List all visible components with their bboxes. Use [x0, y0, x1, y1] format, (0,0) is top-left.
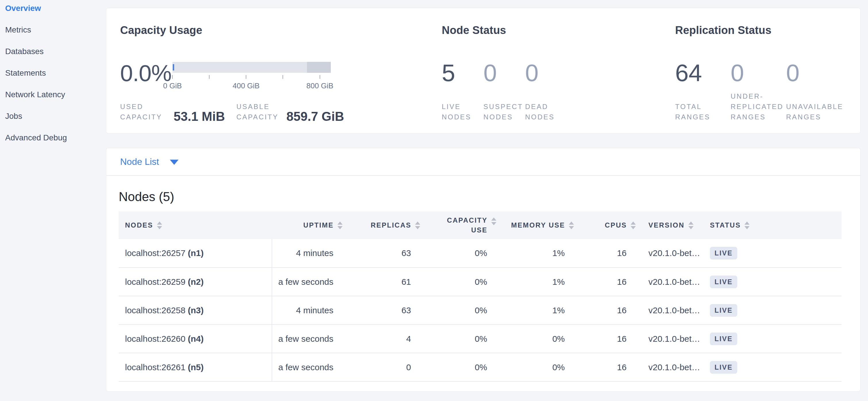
capacity-bar-used-segment: [173, 64, 174, 70]
version-cell: v20.1.0-bet…: [637, 353, 706, 381]
total-ranges-count: 64: [675, 61, 731, 85]
suspect-nodes-label: SUSPECT NODES: [484, 102, 525, 122]
used-capacity-stat: USED CAPACITY 53.1 MiB: [120, 102, 225, 122]
node-id: (n2): [188, 277, 204, 287]
node-address: localhost:26259: [125, 277, 185, 287]
usable-capacity-value: 859.7 GiB: [286, 111, 344, 122]
version-cell: v20.1.0-bet…: [637, 267, 706, 296]
replication-status-title: Replication Status: [675, 24, 846, 36]
node-address-cell: localhost:26260 (n4): [119, 324, 272, 353]
capacity-bar-track: [173, 62, 331, 73]
under-replicated-ranges-count: 0: [731, 61, 786, 85]
capacity-use-cell: 0%: [421, 296, 498, 324]
sort-icon: [744, 222, 750, 229]
capacity-bar: 0 GiB 400 GiB 800 GiB: [173, 62, 331, 90]
replicas-cell: 61: [344, 267, 421, 296]
sort-icon: [630, 222, 636, 229]
version-cell: v20.1.0-bet…: [637, 324, 706, 353]
replicas-cell: 63: [344, 239, 421, 267]
column-header-memory-use[interactable]: MEMORY USE: [498, 211, 575, 239]
unavailable-ranges-label: UNAVAILABLE RANGES: [786, 102, 842, 122]
sidebar-item-network-latency[interactable]: Network Latency: [5, 89, 106, 101]
column-header-capacity-use[interactable]: CAPACITY USE: [421, 211, 498, 239]
replicas-cell: 0: [344, 353, 421, 381]
capacity-gauge: 0.0%: [120, 62, 442, 90]
dead-nodes-label: DEAD NODES: [525, 102, 567, 122]
sidebar-item-advanced-debug[interactable]: Advanced Debug: [5, 132, 106, 144]
cpus-cell: 16: [575, 324, 637, 353]
sidebar-item-statements[interactable]: Statements: [5, 67, 106, 79]
uptime-cell: a few seconds: [272, 324, 344, 353]
axis-label-0gib: 0 GiB: [163, 81, 182, 90]
node-address: localhost:26257: [125, 248, 185, 258]
table-row: localhost:26257 (n1) 4 minutes 63 0% 1% …: [119, 239, 842, 267]
column-header-nodes[interactable]: NODES: [119, 211, 272, 239]
memory-use-cell: 0%: [498, 324, 575, 353]
node-address-cell: localhost:26257 (n1): [119, 239, 272, 267]
column-label: CAPACITY USE: [441, 216, 488, 235]
node-id: (n4): [188, 334, 204, 343]
cpus-cell: 16: [575, 353, 637, 381]
unavailable-ranges-count: 0: [786, 61, 842, 85]
capacity-axis-labels: 0 GiB 400 GiB 800 GiB: [173, 81, 331, 90]
node-list-selector-card: Node List: [106, 148, 861, 175]
column-header-version[interactable]: VERSION: [637, 211, 706, 239]
sidebar-item-overview[interactable]: Overview: [5, 3, 106, 14]
sort-icon: [157, 222, 162, 229]
memory-use-cell: 0%: [498, 353, 575, 381]
memory-use-cell: 1%: [498, 267, 575, 296]
replication-labels: TOTAL RANGES UNDER- REPLICATED RANGES UN…: [675, 91, 846, 122]
capacity-use-cell: 0%: [421, 239, 498, 267]
column-header-status[interactable]: STATUS: [706, 211, 842, 239]
capacity-use-cell: 0%: [421, 267, 498, 296]
dead-nodes-count: 0: [525, 61, 567, 85]
axis-tick: [320, 75, 320, 79]
nodes-table-card: Nodes (5) NODES UPTIME RE: [106, 175, 861, 392]
node-list-dropdown[interactable]: Node List: [120, 156, 179, 167]
table-header-row: NODES UPTIME REPLICAS CAPACITY USE MEMOR: [119, 211, 842, 239]
version-cell: v20.1.0-bet…: [637, 239, 706, 267]
memory-use-cell: 1%: [498, 239, 575, 267]
status-cell: LIVE: [706, 267, 842, 296]
column-label: REPLICAS: [371, 220, 411, 230]
node-status-values: 5 0 0: [442, 61, 675, 85]
node-status-title: Node Status: [442, 24, 675, 36]
replication-values: 64 0 0: [675, 61, 846, 85]
status-badge: LIVE: [710, 247, 737, 259]
column-header-replicas[interactable]: REPLICAS: [344, 211, 421, 239]
sort-icon: [415, 222, 420, 229]
cpus-cell: 16: [575, 239, 637, 267]
capacity-usage-title: Capacity Usage: [120, 24, 442, 36]
status-badge: LIVE: [710, 304, 737, 317]
uptime-cell: a few seconds: [272, 353, 344, 381]
sort-icon: [569, 222, 574, 229]
sidebar-item-jobs[interactable]: Jobs: [5, 111, 106, 122]
table-row: localhost:26261 (n5) a few seconds 0 0% …: [119, 353, 842, 381]
page: Overview Metrics Databases Statements Ne…: [0, 0, 868, 401]
cpus-cell: 16: [575, 267, 637, 296]
status-badge: LIVE: [710, 361, 737, 374]
nodes-table-title: Nodes (5): [119, 176, 848, 204]
column-header-cpus[interactable]: CPUS: [575, 211, 637, 239]
status-cell: LIVE: [706, 324, 842, 353]
nodes-table: NODES UPTIME REPLICAS CAPACITY USE MEMOR: [119, 211, 842, 382]
node-id: (n5): [188, 363, 204, 372]
axis-tick: [172, 75, 173, 79]
table-row: localhost:26259 (n2) a few seconds 61 0%…: [119, 267, 842, 296]
table-row: localhost:26260 (n4) a few seconds 4 0% …: [119, 324, 842, 353]
sidebar-item-databases[interactable]: Databases: [5, 46, 106, 57]
axis-label-400gib: 400 GiB: [232, 81, 259, 90]
status-cell: LIVE: [706, 353, 842, 381]
sort-icon: [491, 218, 496, 225]
node-address-cell: localhost:26259 (n2): [119, 267, 272, 296]
cluster-summary-card: Capacity Usage 0.0%: [106, 8, 861, 134]
column-header-uptime[interactable]: UPTIME: [272, 211, 344, 239]
replicas-cell: 63: [344, 296, 421, 324]
node-address-cell: localhost:26258 (n3): [119, 296, 272, 324]
uptime-cell: 4 minutes: [272, 239, 344, 267]
column-label: UPTIME: [303, 220, 334, 230]
sidebar-item-metrics[interactable]: Metrics: [5, 24, 106, 36]
node-address: localhost:26260: [125, 334, 185, 343]
capacity-usage-section: Capacity Usage 0.0%: [120, 8, 442, 133]
version-cell: v20.1.0-bet…: [637, 296, 706, 324]
